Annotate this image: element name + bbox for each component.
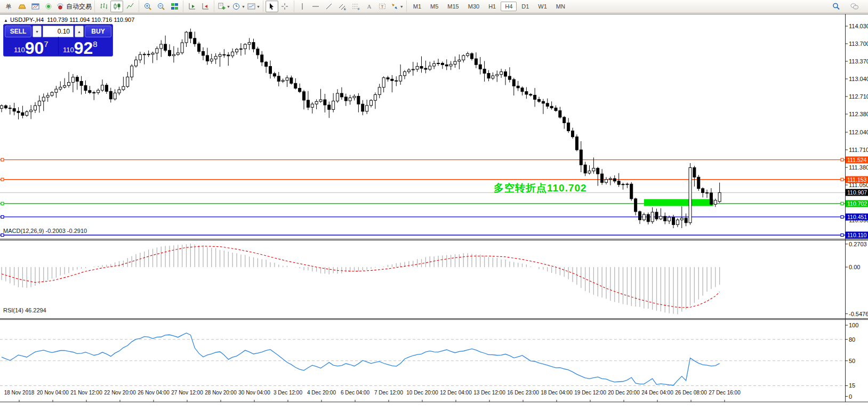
price-axis-label: 114.030: [849, 23, 868, 29]
labels-overlay: 多空转折点110.702 MACD(12,26,9) -0.2003 -0.29…: [0, 0, 868, 411]
macd-axis-label: 0.2703: [849, 241, 867, 247]
time-axis-label: 27 Dec 16:00: [709, 390, 741, 396]
time-axis-label: 30 Nov 04:00: [238, 390, 270, 396]
macd-axis-label: 0.00: [849, 264, 860, 270]
time-axis-label: 19 Dec 12:00: [574, 390, 606, 396]
time-axis-label: 28 Nov 20:00: [205, 390, 237, 396]
time-axis-label: 26 Nov 04:00: [138, 390, 170, 396]
time-axis-label: 18 Nov 2018: [4, 390, 35, 396]
time-axis-label: 4 Dec 20:00: [307, 390, 336, 396]
price-axis-label: 113.040: [849, 76, 868, 82]
price-level-label: 110.451: [846, 213, 868, 220]
rsi-axis-label: 50: [849, 358, 855, 364]
time-axis-label: 24 Dec 04:00: [641, 390, 673, 396]
rsi-axis-label: 80: [849, 336, 855, 343]
time-axis-label: 12 Dec 04:00: [440, 390, 472, 396]
time-axis-label: 3 Dec 12:00: [274, 390, 302, 396]
macd-main-value: -0.2003: [45, 228, 65, 234]
time-axis-label: 6 Dec 04:00: [341, 390, 369, 396]
price-axis-label: 112.040: [849, 129, 868, 135]
price-axis-label: 111.710: [849, 147, 868, 153]
rsi-axis-label: 100: [849, 322, 858, 328]
price-level-label: 111.524: [846, 156, 868, 163]
pivot-annotation-text: 多空转折点110.702: [494, 181, 587, 195]
rsi-axis-label: 0: [849, 393, 852, 400]
price-level-label: 111.153: [846, 176, 868, 183]
price-axis-label: 112.710: [849, 93, 868, 100]
time-axis-label: 20 Dec 20:00: [608, 390, 640, 396]
time-axis-label: 7 Dec 12:00: [374, 390, 403, 396]
macd-axis-label: -0.5476: [849, 311, 868, 317]
time-axis-label: 21 Nov 12:00: [70, 390, 102, 396]
time-axis-label: 20 Nov 04:00: [37, 390, 69, 396]
time-axis-label: 18 Dec 04:00: [541, 390, 573, 396]
price-axis-label: 111.380: [849, 164, 868, 171]
rsi-indicator-label: RSI(14) 46.2294: [3, 307, 46, 313]
macd-signal-value: -0.2910: [67, 228, 87, 234]
price-axis-label: 112.380: [849, 111, 868, 117]
price-level-label: 110.907: [846, 189, 868, 196]
price-axis-label: 113.700: [849, 41, 868, 47]
price-axis-label: 113.370: [849, 58, 868, 65]
price-level-label: 110.110: [846, 232, 868, 239]
macd-indicator-label: MACD(12,26,9) -0.2003 -0.2910: [3, 228, 87, 234]
time-axis-label: 10 Dec 20:00: [406, 390, 438, 396]
price-level-label: 110.702: [846, 200, 868, 207]
time-axis-label: 16 Dec 23:00: [507, 390, 539, 396]
time-axis-label: 13 Dec 12:00: [473, 390, 505, 396]
time-axis-label: 27 Nov 12:00: [171, 390, 203, 396]
rsi-axis-label: 15: [849, 382, 855, 389]
rsi-value: 46.2294: [25, 307, 46, 313]
time-axis-label: 26 Dec 08:00: [675, 390, 707, 396]
time-axis-label: 22 Nov 20:00: [104, 390, 136, 396]
